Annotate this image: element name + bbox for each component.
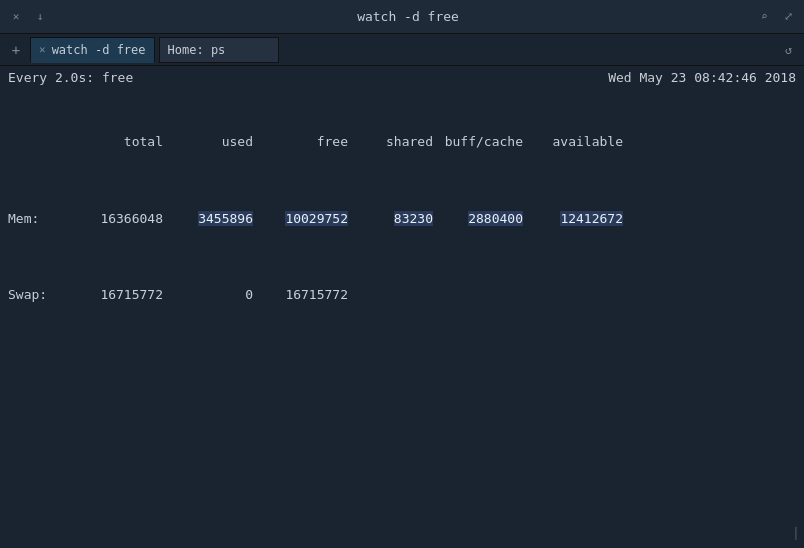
expand-icon[interactable]: ⤢ — [780, 9, 796, 25]
tab-watch-d-free[interactable]: ✕ watch -d free — [30, 37, 155, 63]
col-header-used: used — [163, 134, 253, 149]
table-header-row: total used free shared buff/cache availa… — [8, 134, 796, 149]
mem-shared: 83230 — [348, 211, 433, 226]
col-header-free: free — [253, 134, 348, 149]
download-icon[interactable]: ↓ — [32, 9, 48, 25]
title-bar: ✕ ↓ watch -d free ⌕ ⤢ — [0, 0, 804, 34]
swap-total: 16715772 — [63, 287, 163, 302]
scroll-indicator[interactable]: ▕ — [789, 527, 796, 540]
title-bar-left-icons: ✕ ↓ — [8, 9, 48, 25]
mem-buffcache-highlight: 2880400 — [468, 211, 523, 226]
mem-free-highlight: 10029752 — [285, 211, 348, 226]
tab-label-home: Home: ps — [168, 43, 270, 57]
mem-used: 3455896 — [163, 211, 253, 226]
mem-buffcache: 2880400 — [433, 211, 523, 226]
swap-used: 0 — [163, 287, 253, 302]
col-header-available: available — [523, 134, 623, 149]
col-header-label — [8, 134, 63, 149]
swap-label: Swap: — [8, 287, 63, 302]
terminal-header: Every 2.0s: free Wed May 23 08:42:46 201… — [8, 70, 796, 85]
swap-row: Swap: 16715772 0 16715772 — [8, 287, 796, 302]
tab-label-watch: watch -d free — [52, 43, 146, 57]
tab-history-button[interactable]: ↺ — [777, 43, 800, 57]
col-header-shared: shared — [348, 134, 433, 149]
title-bar-right-icons: ⌕ ⤢ — [756, 9, 796, 25]
timestamp: Wed May 23 08:42:46 2018 — [608, 70, 796, 85]
window-title: watch -d free — [60, 9, 756, 24]
swap-shared — [348, 287, 433, 302]
swap-buffcache — [433, 287, 523, 302]
mem-used-highlight: 3455896 — [198, 211, 253, 226]
mem-row: Mem: 16366048 3455896 10029752 83230 288… — [8, 211, 796, 226]
mem-available-highlight: 12412672 — [560, 211, 623, 226]
watch-status: Every 2.0s: free — [8, 70, 133, 85]
memory-table: total used free shared buff/cache availa… — [8, 89, 796, 333]
swap-available — [523, 287, 623, 302]
tab-close-icon[interactable]: ✕ — [39, 43, 46, 56]
col-header-total: total — [63, 134, 163, 149]
mem-label: Mem: — [8, 211, 63, 226]
terminal-area: Every 2.0s: free Wed May 23 08:42:46 201… — [0, 66, 804, 548]
mem-shared-highlight: 83230 — [394, 211, 433, 226]
swap-free: 16715772 — [253, 287, 348, 302]
add-tab-button[interactable]: + — [4, 38, 28, 62]
mem-free: 10029752 — [253, 211, 348, 226]
close-icon[interactable]: ✕ — [8, 9, 24, 25]
mem-total: 16366048 — [63, 211, 163, 226]
tab-home-ps[interactable]: Home: ps — [159, 37, 279, 63]
tab-bar: + ✕ watch -d free Home: ps ↺ — [0, 34, 804, 66]
search-icon[interactable]: ⌕ — [756, 9, 772, 25]
col-header-buffcache: buff/cache — [433, 134, 523, 149]
mem-available: 12412672 — [523, 211, 623, 226]
